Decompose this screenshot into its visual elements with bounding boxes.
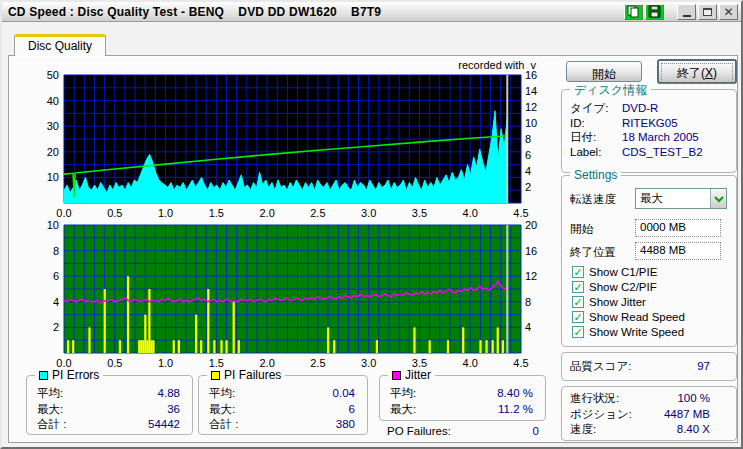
pi-failures-bar	[146, 340, 148, 353]
x-axis-tick: 3.0	[361, 357, 376, 369]
pi-failures-bar	[119, 340, 121, 353]
x-axis-tick: 4.5	[513, 207, 528, 219]
pi-failures-bar	[376, 340, 378, 353]
left-axis-tick: 6	[53, 270, 59, 282]
left-axis-tick: 4	[53, 296, 59, 308]
start-position-field[interactable]: 0000 MB	[635, 219, 721, 237]
pi-errors-stats-group: PI Errors 平均:4.88 最大:36 合計 :54442	[26, 375, 193, 435]
speed-value: 8.40 X	[677, 422, 710, 438]
disc-info-label: タイプ:	[570, 101, 622, 116]
jitter-legend-label: Jitter	[405, 368, 431, 382]
floppy-disk-icon	[648, 5, 661, 18]
left-axis-tick: 30	[47, 120, 59, 132]
start-button[interactable]: 開始	[566, 61, 642, 82]
stat-row: 最大:6	[209, 402, 355, 418]
exit-button-label: 終了(X)	[661, 63, 733, 84]
right-axis-tick: 4	[525, 321, 531, 333]
chevron-down-icon	[714, 195, 724, 203]
disc-info-label: 日付:	[570, 130, 622, 145]
x-axis-tick: 2.5	[310, 357, 325, 369]
dropdown-arrow-button[interactable]	[710, 189, 726, 208]
disc-info-label: ID:	[570, 116, 622, 131]
checkbox-show-read-speed[interactable]: ✓ Show Read Speed	[572, 311, 685, 323]
quality-score-row: 品質スコア: 97	[562, 359, 736, 375]
minimize-button[interactable]	[677, 4, 696, 20]
stat-row: 最大:36	[37, 402, 180, 418]
pi-failures-bar	[138, 340, 140, 353]
progress-group: 進行状況:100 % ポジション:4487 MB 速度:8.40 X	[561, 386, 737, 441]
disc-info-row: Label:CDS_TEST_B2	[570, 145, 728, 160]
pi-failures-bar	[220, 340, 222, 353]
settings-title: Settings	[570, 168, 621, 182]
exit-button[interactable]: 終了(X)	[657, 59, 737, 84]
restore-icon	[703, 8, 712, 16]
pi-failures-bar	[233, 302, 235, 353]
po-failures-label: PO Failures:	[387, 425, 451, 437]
pi-failures-bar	[327, 327, 329, 353]
progress-label: 進行状況:	[570, 391, 619, 407]
checkbox-label: Show C1/PIE	[589, 266, 657, 278]
right-axis-tick: 14	[525, 85, 537, 97]
stat-value: 36	[167, 402, 180, 418]
po-failures-value: 0	[533, 425, 539, 437]
left-axis-tick: 10	[47, 171, 59, 183]
save-button[interactable]	[645, 4, 664, 20]
progress-value: 100 %	[677, 391, 710, 407]
restore-button[interactable]	[698, 4, 717, 20]
minimize-icon	[683, 15, 691, 17]
stat-label: 合計 :	[37, 417, 66, 433]
x-axis-tick: 0.5	[107, 357, 122, 369]
transfer-speed-select[interactable]: 最大	[635, 188, 727, 209]
right-axis-tick: 20	[525, 219, 537, 231]
pi-failures-bar	[195, 315, 197, 353]
end-position-field[interactable]: 4488 MB	[635, 242, 721, 260]
plot-background	[64, 75, 521, 203]
pi-failures-bar	[225, 340, 227, 353]
right-axis-tick: 2	[525, 181, 531, 193]
jitter-stats-group: Jitter 平均:8.40 % 最大:11.2 %	[379, 375, 546, 421]
copy-button[interactable]	[624, 4, 643, 20]
disc-quality-panel: recorded with v 10203040502468101214160.…	[8, 55, 738, 443]
po-failures-row: PO Failures: 0	[387, 425, 539, 437]
pi-failures-bar	[429, 340, 431, 353]
checkbox-show-c2-pif[interactable]: ✓ Show C2/PIF	[572, 281, 657, 293]
pi-failures-jitter-chart: 246810481216200.00.51.01.52.02.53.03.54.…	[31, 213, 556, 371]
disc-info-group: ディスク情報 タイプ:DVD-R ID:RITEKG05 日付:18 March…	[561, 89, 737, 173]
close-button[interactable]: ✕	[719, 4, 738, 20]
right-axis-tick: 8	[525, 296, 531, 308]
tab-disc-quality[interactable]: Disc Quality	[14, 34, 106, 56]
pi-failures-bar	[72, 340, 74, 353]
disc-info-row: ID:RITEKG05	[570, 116, 728, 131]
checkbox-icon: ✓	[572, 266, 584, 278]
left-axis-tick: 2	[53, 321, 59, 333]
settings-group: Settings 転送速度 最大 開始 0000 MB 終了位置 4488 MB…	[561, 175, 737, 347]
checkbox-show-c1-pie[interactable]: ✓ Show C1/PIE	[572, 266, 657, 278]
checkbox-show-write-speed[interactable]: ✓ Show Write Speed	[572, 326, 684, 338]
jitter-legend: Jitter	[388, 368, 435, 382]
right-axis-tick: 12	[525, 101, 537, 113]
stat-label: 平均:	[390, 386, 416, 402]
app-window: CD Speed : Disc Quality Test - BENQ DVD …	[0, 0, 743, 449]
x-axis-tick: 4.0	[463, 207, 478, 219]
pi-failures-bar	[492, 340, 494, 353]
stat-row: 合計 :54442	[37, 417, 180, 433]
right-axis-tick: 8	[525, 133, 531, 145]
pi-errors-swatch	[39, 371, 48, 380]
transfer-speed-label: 転送速度	[570, 192, 616, 207]
pi-errors-legend-label: PI Errors	[52, 368, 99, 382]
pi-failures-bar	[150, 340, 152, 353]
checkbox-show-jitter[interactable]: ✓ Show Jitter	[572, 296, 646, 308]
pi-failures-bar	[140, 340, 142, 353]
x-axis-tick: 2.5	[310, 207, 325, 219]
pi-failures-bar	[152, 340, 154, 353]
x-axis-tick: 4.0	[463, 357, 478, 369]
pi-failures-bar	[238, 340, 240, 353]
quality-score-label: 品質スコア:	[570, 359, 632, 375]
disc-label-value: CDS_TEST_B2	[622, 145, 703, 160]
close-icon: ✕	[723, 7, 733, 17]
x-axis-tick: 1.0	[158, 357, 173, 369]
titlebar-buttons: ✕	[624, 4, 741, 20]
stat-value: 8.40 %	[497, 386, 533, 402]
left-axis-tick: 20	[47, 146, 59, 158]
recorded-with-watermark: recorded with v	[309, 59, 536, 71]
